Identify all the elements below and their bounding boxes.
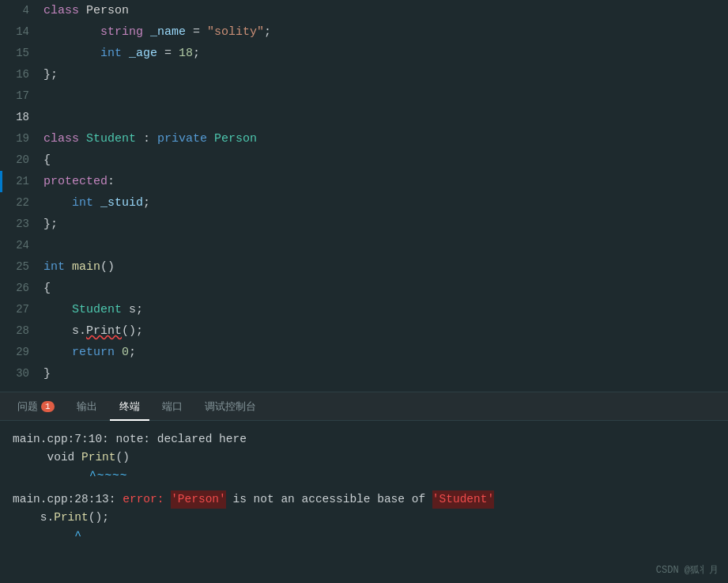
line-content — [43, 107, 728, 128]
tab-label: 问题 — [17, 399, 38, 414]
line-content: class Student : private Person — [43, 128, 728, 150]
tab-ports[interactable]: 端口 — [153, 392, 192, 421]
error-highlight1: 'Person' — [171, 490, 226, 509]
line-content — [43, 235, 728, 256]
error-highlight2: 'Student' — [432, 490, 494, 509]
terminal-line-tilde: ^~~~~ — [13, 467, 715, 485]
line-number: 21 — [0, 175, 43, 187]
tab-debug-console[interactable]: 调试控制台 — [195, 392, 266, 421]
csdn-watermark: CSDN @狐丬月 — [656, 563, 719, 577]
code-line: 26 { — [0, 278, 728, 299]
caret-indicator: ^ — [13, 527, 81, 545]
code-line: 19 class Student : private Person — [0, 128, 728, 150]
line-content: }; — [43, 64, 728, 85]
line-number: 15 — [0, 47, 43, 59]
terminal-line-caret: ^ — [13, 527, 715, 545]
terminal-line-error: main.cpp:28:13: error: 'Person' is not a… — [13, 490, 715, 509]
line-number: 24 — [0, 239, 43, 252]
sprint-rest: (); — [89, 509, 109, 527]
void-rest: () — [116, 449, 130, 467]
code-line: 20 { — [0, 150, 728, 171]
line-number: 28 — [0, 324, 43, 337]
line-content: } — [43, 363, 728, 384]
tab-terminal[interactable]: 终端 — [110, 392, 149, 421]
code-line: 30 } — [0, 363, 728, 384]
code-line: 17 — [0, 85, 728, 107]
error-pre — [164, 490, 171, 509]
line-content: { — [43, 278, 728, 299]
code-lines: 4 class Person 14 string _name = "solity… — [0, 0, 728, 384]
line-content: protected: — [43, 171, 728, 192]
terminal-line-sprint: s.Print(); — [13, 509, 715, 527]
line-content: }; — [43, 214, 728, 235]
panel: 问题 1 输出 终端 端口 调试控制台 main.cpp:7:10: note:… — [0, 392, 728, 583]
terminal-content: main.cpp:7:10: note: declared here void … — [0, 421, 728, 583]
code-line: 18 — [0, 107, 728, 128]
panel-tabs: 问题 1 输出 终端 端口 调试控制台 — [0, 392, 728, 421]
line-number: 22 — [0, 196, 43, 209]
sprint-prefix: s. — [13, 509, 54, 527]
line-content: int main() — [43, 256, 728, 278]
line-content: int _stuid; — [43, 192, 728, 214]
line-content — [43, 85, 728, 107]
tab-label: 端口 — [162, 399, 183, 414]
print-fn: Print — [81, 449, 116, 467]
terminal-line-note-path: main.cpp:7:10: note: declared here — [13, 430, 715, 449]
sprint-fn: Print — [54, 509, 89, 527]
line-content: class Person — [43, 0, 728, 21]
code-line: 25 int main() — [0, 256, 728, 278]
line-number: 19 — [0, 132, 43, 145]
note-rest: declared here — [150, 430, 247, 449]
code-editor: 4 class Person 14 string _name = "solity… — [0, 0, 728, 392]
line-number: 26 — [0, 282, 43, 294]
line-number: 14 — [0, 25, 43, 38]
tab-label: 调试控制台 — [205, 399, 256, 414]
line-number: 16 — [0, 68, 43, 81]
problems-badge: 1 — [41, 401, 55, 412]
line-content: { — [43, 150, 728, 171]
tab-label: 终端 — [119, 399, 140, 414]
line-number: 17 — [0, 89, 43, 102]
error-mid: is not an accessible base of — [226, 490, 432, 509]
line-number: 20 — [0, 153, 43, 166]
line-number: 30 — [0, 367, 43, 380]
line-number: 27 — [0, 303, 43, 316]
code-line: 23 }; — [0, 214, 728, 235]
code-line: 16 }; — [0, 64, 728, 85]
tab-label: 输出 — [77, 399, 97, 414]
tab-problems[interactable]: 问题 1 — [8, 392, 64, 421]
line-content: return 0; — [43, 342, 728, 363]
code-line: 27 Student s; — [0, 299, 728, 320]
code-line: 24 — [0, 235, 728, 256]
code-line: 28 s.Print(); — [0, 320, 728, 342]
terminal-line-void: void Print() — [13, 449, 715, 467]
error-path: main.cpp:28:13: — [13, 490, 116, 509]
line-content: string _name = "solity"; — [43, 21, 728, 43]
tilde-indicator: ^~~~~ — [13, 467, 128, 485]
code-line: 29 return 0; — [0, 342, 728, 363]
line-content: s.Print(); — [43, 320, 728, 342]
void-prefix: void — [13, 449, 81, 467]
line-content: int _age = 18; — [43, 43, 728, 64]
error-label: error: — [116, 490, 164, 509]
note-label: note: — [109, 430, 150, 449]
note-path: main.cpp:7:10: — [13, 430, 109, 449]
line-number: 29 — [0, 346, 43, 358]
code-line: 14 string _name = "solity"; — [0, 21, 728, 43]
code-line: 15 int _age = 18; — [0, 43, 728, 64]
code-line: 21 protected: — [0, 171, 728, 192]
code-line: 22 int _stuid; — [0, 192, 728, 214]
line-number: 25 — [0, 260, 43, 273]
line-number: 4 — [0, 4, 43, 17]
tab-output[interactable]: 输出 — [67, 392, 107, 421]
code-line: 4 class Person — [0, 0, 728, 21]
line-number: 23 — [0, 218, 43, 230]
line-content: Student s; — [43, 299, 728, 320]
line-number: 18 — [0, 111, 43, 123]
